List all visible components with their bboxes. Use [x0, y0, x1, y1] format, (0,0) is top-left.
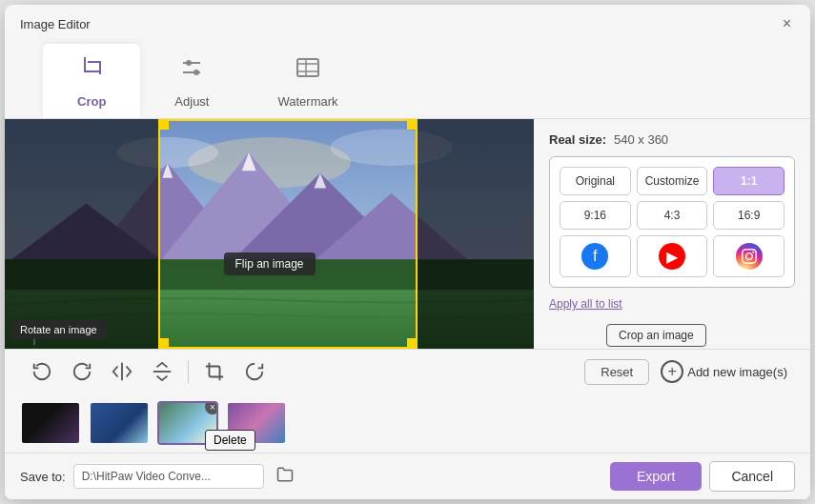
title-bar: Image Editor × [5, 5, 810, 35]
tab-bar: Crop Adjust Wate [5, 35, 810, 119]
aspect-4-3[interactable]: 4:3 [637, 201, 708, 230]
svg-point-7 [194, 70, 199, 75]
tab-crop[interactable]: Crop [43, 44, 140, 118]
svg-rect-2 [88, 61, 101, 63]
aspect-9-16[interactable]: 9:16 [560, 201, 631, 230]
crop-handle-tl[interactable] [159, 120, 169, 130]
main-content: Flip an image Real size: 540 x 360 Origi… [5, 119, 810, 349]
redo-button[interactable] [236, 356, 273, 387]
aspect-ratio-grid: Original Customize 1:1 9:16 4:3 16:9 f ▶ [549, 156, 795, 288]
svg-rect-0 [84, 57, 86, 72]
thumb-img-2 [91, 403, 148, 443]
reset-button[interactable]: Reset [584, 359, 649, 385]
canvas-image: Flip an image [5, 119, 534, 349]
aspect-instagram[interactable] [713, 235, 784, 277]
aspect-customize[interactable]: Customize [637, 167, 708, 195]
svg-rect-1 [84, 71, 99, 72]
delete-thumb-3[interactable]: × [205, 401, 218, 414]
aspect-16-9[interactable]: 16:9 [713, 201, 784, 230]
bottom-section: Rotate an image [5, 349, 810, 499]
save-bar: Save to: Export Cancel [5, 453, 810, 499]
crop-overlay-right [418, 119, 534, 349]
crop-tab-label: Crop [77, 94, 106, 109]
apply-all-link[interactable]: Apply all to list [549, 297, 622, 311]
rotate-right-button[interactable] [64, 356, 100, 387]
flip-vertical-button[interactable] [144, 356, 180, 387]
real-size-value: 540 x 360 [614, 132, 668, 147]
add-new-icon: + [661, 360, 683, 383]
svg-rect-3 [99, 61, 101, 74]
crop-image-label: Crop an image [606, 324, 706, 347]
image-strip: × [5, 393, 810, 453]
aspect-1-1[interactable]: 1:1 [713, 167, 784, 195]
watermark-tab-icon [294, 53, 322, 89]
image-strip-wrapper: × Delete [5, 393, 810, 453]
dialog-title: Image Editor [20, 17, 91, 31]
facebook-icon: f [581, 243, 608, 270]
real-size-label: Real size: [549, 132, 606, 147]
toolbar-separator [188, 360, 189, 383]
crop-handle-tr[interactable] [407, 120, 417, 130]
real-size-row: Real size: 540 x 360 [549, 132, 795, 147]
cancel-button[interactable]: Cancel [709, 461, 795, 492]
canvas-area[interactable]: Flip an image [5, 119, 534, 349]
save-path-input[interactable] [73, 464, 264, 489]
toolbar-row: Rotate an image [5, 350, 810, 393]
image-editor-dialog: Image Editor × Crop [5, 5, 810, 499]
add-new-button[interactable]: + Add new image(s) [653, 355, 795, 388]
save-label: Save to: [20, 470, 66, 484]
svg-rect-8 [297, 59, 318, 76]
flip-horizontal-button[interactable] [104, 356, 140, 387]
aspect-facebook[interactable]: f [560, 235, 631, 277]
right-panel: Real size: 540 x 360 Original Customize … [534, 119, 810, 349]
delete-callout: Delete [205, 430, 255, 451]
adjust-tab-label: Adjust [174, 94, 209, 109]
watermark-tab-label: Watermark [277, 94, 337, 109]
tab-adjust[interactable]: Adjust [140, 44, 243, 118]
close-button[interactable]: × [779, 14, 795, 33]
tab-watermark[interactable]: Watermark [243, 44, 372, 118]
adjust-tab-icon [177, 53, 206, 89]
crop-handle-bl[interactable] [159, 338, 169, 348]
aspect-youtube[interactable]: ▶ [637, 235, 708, 277]
crop-handle-br[interactable] [407, 338, 417, 348]
youtube-icon: ▶ [659, 243, 685, 270]
thumbnail-1[interactable] [20, 401, 81, 445]
aspect-original[interactable]: Original [560, 167, 631, 195]
rotate-tooltip: Rotate an image [10, 320, 107, 339]
crop-overlay-left [5, 119, 158, 349]
svg-point-5 [186, 60, 192, 66]
export-button[interactable]: Export [610, 462, 702, 491]
thumb-img-1 [22, 403, 79, 443]
add-new-label: Add new image(s) [687, 365, 787, 379]
browse-folder-button[interactable] [272, 464, 298, 490]
crop-selection[interactable] [158, 119, 418, 349]
rotate-left-button[interactable] [24, 356, 60, 387]
instagram-icon [736, 243, 763, 270]
crop-tab-icon [77, 53, 106, 89]
crop-image-annotation: Crop an image [549, 324, 795, 347]
thumbnail-2[interactable] [89, 401, 150, 445]
crop-tool-button[interactable] [196, 356, 233, 387]
